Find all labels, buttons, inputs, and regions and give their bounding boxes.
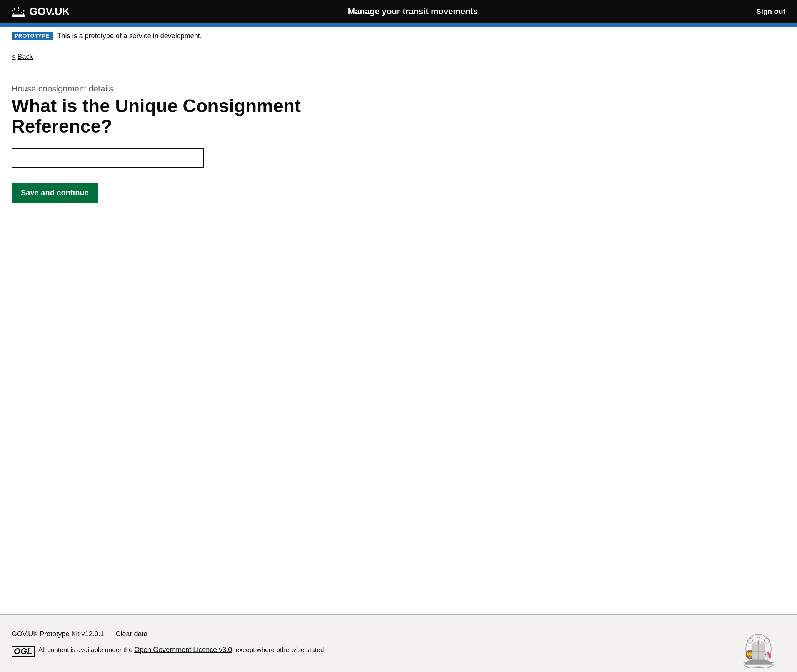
blue-accent-bar bbox=[0, 23, 797, 27]
ucr-input[interactable] bbox=[12, 148, 204, 168]
prototype-tag: PROTOTYPE bbox=[12, 32, 53, 40]
gov-uk-logo-text: GOV.UK bbox=[29, 5, 70, 18]
service-name: Manage your transit movements bbox=[70, 7, 756, 17]
ucr-form-group bbox=[12, 148, 335, 168]
ogl-logo: OGL bbox=[12, 646, 35, 657]
back-link[interactable]: < Back bbox=[12, 53, 33, 61]
sign-out-link[interactable]: Sign out bbox=[756, 7, 785, 16]
footer-licence: OGL All content is available under the O… bbox=[12, 646, 785, 657]
footer-links: GOV.UK Prototype Kit v12.0.1 Clear data bbox=[12, 630, 785, 638]
clear-data-link[interactable]: Clear data bbox=[115, 630, 147, 638]
footer-copyright: ⚜ 🦁 🦄 © Crown co bbox=[732, 630, 785, 672]
crown-icon bbox=[12, 6, 25, 17]
prototype-kit-link[interactable]: GOV.UK Prototype Kit v12.0.1 bbox=[12, 630, 104, 638]
licence-text-prefix: All content is available under the bbox=[38, 646, 135, 654]
footer-inner: GOV.UK Prototype Kit v12.0.1 Clear data … bbox=[12, 630, 785, 660]
licence-text: All content is available under the Open … bbox=[38, 646, 324, 654]
form-caption: House consignment details bbox=[12, 84, 335, 94]
licence-link[interactable]: Open Government Licence v3.0 bbox=[134, 646, 232, 654]
save-continue-button[interactable]: Save and continue bbox=[12, 183, 98, 203]
form-heading: What is the Unique Consignment Reference… bbox=[12, 96, 335, 137]
gov-uk-logo[interactable]: GOV.UK bbox=[12, 5, 70, 18]
licence-text-suffix: , except where otherwise stated bbox=[232, 646, 324, 654]
site-footer: GOV.UK Prototype Kit v12.0.1 Clear data … bbox=[0, 614, 797, 672]
prototype-banner: PROTOTYPE This is a prototype of a servi… bbox=[0, 27, 797, 45]
royal-coat-of-arms-icon: ⚜ 🦁 🦄 bbox=[732, 630, 785, 672]
main-content: < Back House consignment details What is… bbox=[0, 45, 346, 614]
site-header: GOV.UK Manage your transit movements Sig… bbox=[0, 0, 797, 23]
prototype-message: This is a prototype of a service in deve… bbox=[57, 32, 202, 40]
back-link-label: Back bbox=[18, 53, 33, 61]
back-chevron-icon: < bbox=[12, 53, 16, 61]
